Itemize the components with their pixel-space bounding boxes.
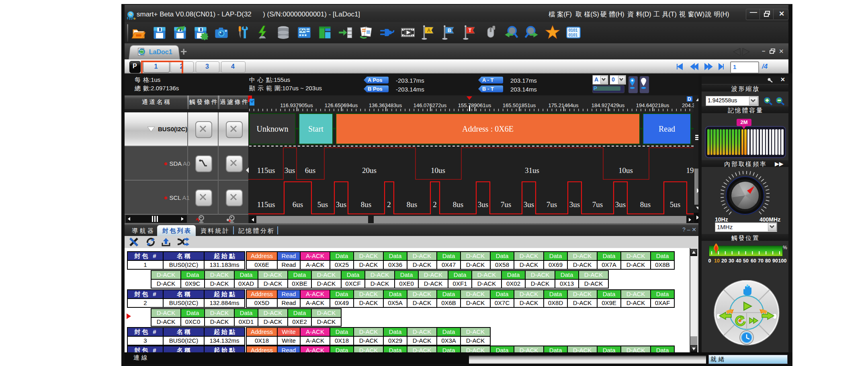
svg-text:B: B — [448, 28, 451, 33]
svg-text:T: T — [469, 28, 472, 33]
svg-text:A: A — [427, 28, 431, 33]
svg-text:0101: 0101 — [569, 33, 578, 37]
svg-text:+: + — [133, 16, 136, 21]
svg-text:0101: 0101 — [569, 28, 578, 33]
